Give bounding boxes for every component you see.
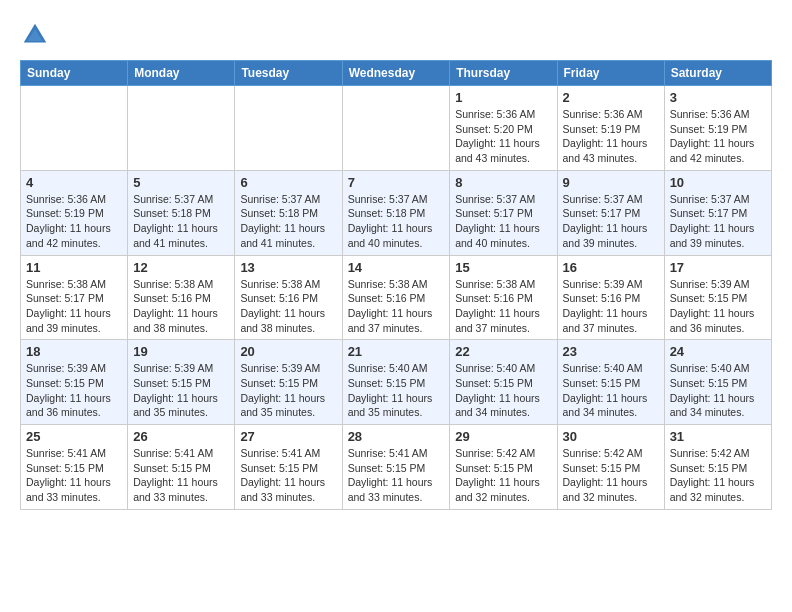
day-info: Sunrise: 5:40 AM Sunset: 5:15 PM Dayligh…	[670, 361, 766, 420]
day-number: 11	[26, 260, 122, 275]
day-info: Sunrise: 5:39 AM Sunset: 5:15 PM Dayligh…	[670, 277, 766, 336]
calendar-week-row: 1Sunrise: 5:36 AM Sunset: 5:20 PM Daylig…	[21, 86, 772, 171]
day-number: 20	[240, 344, 336, 359]
day-number: 28	[348, 429, 445, 444]
day-number: 31	[670, 429, 766, 444]
calendar-day-21: 21Sunrise: 5:40 AM Sunset: 5:15 PM Dayli…	[342, 340, 450, 425]
day-number: 23	[563, 344, 659, 359]
day-number: 6	[240, 175, 336, 190]
calendar-day-5: 5Sunrise: 5:37 AM Sunset: 5:18 PM Daylig…	[128, 170, 235, 255]
day-number: 30	[563, 429, 659, 444]
empty-day-cell	[235, 86, 342, 171]
day-header-friday: Friday	[557, 61, 664, 86]
day-info: Sunrise: 5:42 AM Sunset: 5:15 PM Dayligh…	[563, 446, 659, 505]
calendar-week-row: 4Sunrise: 5:36 AM Sunset: 5:19 PM Daylig…	[21, 170, 772, 255]
day-number: 2	[563, 90, 659, 105]
day-header-saturday: Saturday	[664, 61, 771, 86]
calendar-day-7: 7Sunrise: 5:37 AM Sunset: 5:18 PM Daylig…	[342, 170, 450, 255]
calendar-day-1: 1Sunrise: 5:36 AM Sunset: 5:20 PM Daylig…	[450, 86, 557, 171]
calendar-table: SundayMondayTuesdayWednesdayThursdayFrid…	[20, 60, 772, 510]
day-number: 29	[455, 429, 551, 444]
day-number: 12	[133, 260, 229, 275]
day-header-sunday: Sunday	[21, 61, 128, 86]
day-info: Sunrise: 5:41 AM Sunset: 5:15 PM Dayligh…	[26, 446, 122, 505]
calendar-day-17: 17Sunrise: 5:39 AM Sunset: 5:15 PM Dayli…	[664, 255, 771, 340]
calendar-day-22: 22Sunrise: 5:40 AM Sunset: 5:15 PM Dayli…	[450, 340, 557, 425]
day-number: 18	[26, 344, 122, 359]
day-number: 15	[455, 260, 551, 275]
day-info: Sunrise: 5:37 AM Sunset: 5:18 PM Dayligh…	[348, 192, 445, 251]
day-header-wednesday: Wednesday	[342, 61, 450, 86]
calendar-day-28: 28Sunrise: 5:41 AM Sunset: 5:15 PM Dayli…	[342, 425, 450, 510]
day-number: 3	[670, 90, 766, 105]
day-info: Sunrise: 5:39 AM Sunset: 5:15 PM Dayligh…	[240, 361, 336, 420]
day-info: Sunrise: 5:38 AM Sunset: 5:16 PM Dayligh…	[240, 277, 336, 336]
day-number: 21	[348, 344, 445, 359]
calendar-day-26: 26Sunrise: 5:41 AM Sunset: 5:15 PM Dayli…	[128, 425, 235, 510]
page-header	[20, 20, 772, 50]
day-info: Sunrise: 5:40 AM Sunset: 5:15 PM Dayligh…	[455, 361, 551, 420]
day-number: 27	[240, 429, 336, 444]
day-header-thursday: Thursday	[450, 61, 557, 86]
calendar-day-18: 18Sunrise: 5:39 AM Sunset: 5:15 PM Dayli…	[21, 340, 128, 425]
day-number: 5	[133, 175, 229, 190]
calendar-day-15: 15Sunrise: 5:38 AM Sunset: 5:16 PM Dayli…	[450, 255, 557, 340]
day-number: 7	[348, 175, 445, 190]
calendar-week-row: 11Sunrise: 5:38 AM Sunset: 5:17 PM Dayli…	[21, 255, 772, 340]
day-info: Sunrise: 5:38 AM Sunset: 5:16 PM Dayligh…	[348, 277, 445, 336]
calendar-day-8: 8Sunrise: 5:37 AM Sunset: 5:17 PM Daylig…	[450, 170, 557, 255]
day-info: Sunrise: 5:38 AM Sunset: 5:17 PM Dayligh…	[26, 277, 122, 336]
calendar-day-19: 19Sunrise: 5:39 AM Sunset: 5:15 PM Dayli…	[128, 340, 235, 425]
day-info: Sunrise: 5:36 AM Sunset: 5:20 PM Dayligh…	[455, 107, 551, 166]
day-number: 13	[240, 260, 336, 275]
day-info: Sunrise: 5:39 AM Sunset: 5:15 PM Dayligh…	[26, 361, 122, 420]
day-info: Sunrise: 5:41 AM Sunset: 5:15 PM Dayligh…	[133, 446, 229, 505]
calendar-day-6: 6Sunrise: 5:37 AM Sunset: 5:18 PM Daylig…	[235, 170, 342, 255]
calendar-day-10: 10Sunrise: 5:37 AM Sunset: 5:17 PM Dayli…	[664, 170, 771, 255]
day-number: 19	[133, 344, 229, 359]
day-info: Sunrise: 5:39 AM Sunset: 5:15 PM Dayligh…	[133, 361, 229, 420]
day-info: Sunrise: 5:42 AM Sunset: 5:15 PM Dayligh…	[670, 446, 766, 505]
day-number: 22	[455, 344, 551, 359]
day-number: 17	[670, 260, 766, 275]
day-number: 14	[348, 260, 445, 275]
day-info: Sunrise: 5:37 AM Sunset: 5:17 PM Dayligh…	[670, 192, 766, 251]
calendar-day-31: 31Sunrise: 5:42 AM Sunset: 5:15 PM Dayli…	[664, 425, 771, 510]
day-number: 26	[133, 429, 229, 444]
day-number: 1	[455, 90, 551, 105]
calendar-week-row: 18Sunrise: 5:39 AM Sunset: 5:15 PM Dayli…	[21, 340, 772, 425]
day-info: Sunrise: 5:38 AM Sunset: 5:16 PM Dayligh…	[133, 277, 229, 336]
calendar-day-13: 13Sunrise: 5:38 AM Sunset: 5:16 PM Dayli…	[235, 255, 342, 340]
day-info: Sunrise: 5:37 AM Sunset: 5:17 PM Dayligh…	[563, 192, 659, 251]
empty-day-cell	[342, 86, 450, 171]
calendar-day-4: 4Sunrise: 5:36 AM Sunset: 5:19 PM Daylig…	[21, 170, 128, 255]
day-info: Sunrise: 5:37 AM Sunset: 5:17 PM Dayligh…	[455, 192, 551, 251]
day-info: Sunrise: 5:42 AM Sunset: 5:15 PM Dayligh…	[455, 446, 551, 505]
day-info: Sunrise: 5:37 AM Sunset: 5:18 PM Dayligh…	[240, 192, 336, 251]
calendar-day-12: 12Sunrise: 5:38 AM Sunset: 5:16 PM Dayli…	[128, 255, 235, 340]
calendar-day-20: 20Sunrise: 5:39 AM Sunset: 5:15 PM Dayli…	[235, 340, 342, 425]
calendar-day-3: 3Sunrise: 5:36 AM Sunset: 5:19 PM Daylig…	[664, 86, 771, 171]
day-number: 10	[670, 175, 766, 190]
logo	[20, 20, 54, 50]
calendar-day-16: 16Sunrise: 5:39 AM Sunset: 5:16 PM Dayli…	[557, 255, 664, 340]
day-info: Sunrise: 5:36 AM Sunset: 5:19 PM Dayligh…	[670, 107, 766, 166]
day-info: Sunrise: 5:36 AM Sunset: 5:19 PM Dayligh…	[563, 107, 659, 166]
day-info: Sunrise: 5:39 AM Sunset: 5:16 PM Dayligh…	[563, 277, 659, 336]
day-info: Sunrise: 5:40 AM Sunset: 5:15 PM Dayligh…	[563, 361, 659, 420]
empty-day-cell	[21, 86, 128, 171]
calendar-day-29: 29Sunrise: 5:42 AM Sunset: 5:15 PM Dayli…	[450, 425, 557, 510]
calendar-day-23: 23Sunrise: 5:40 AM Sunset: 5:15 PM Dayli…	[557, 340, 664, 425]
day-number: 24	[670, 344, 766, 359]
day-info: Sunrise: 5:37 AM Sunset: 5:18 PM Dayligh…	[133, 192, 229, 251]
calendar-day-2: 2Sunrise: 5:36 AM Sunset: 5:19 PM Daylig…	[557, 86, 664, 171]
logo-icon	[20, 20, 50, 50]
calendar-day-27: 27Sunrise: 5:41 AM Sunset: 5:15 PM Dayli…	[235, 425, 342, 510]
day-number: 25	[26, 429, 122, 444]
calendar-week-row: 25Sunrise: 5:41 AM Sunset: 5:15 PM Dayli…	[21, 425, 772, 510]
day-header-tuesday: Tuesday	[235, 61, 342, 86]
day-number: 4	[26, 175, 122, 190]
day-header-monday: Monday	[128, 61, 235, 86]
calendar-day-14: 14Sunrise: 5:38 AM Sunset: 5:16 PM Dayli…	[342, 255, 450, 340]
day-info: Sunrise: 5:36 AM Sunset: 5:19 PM Dayligh…	[26, 192, 122, 251]
